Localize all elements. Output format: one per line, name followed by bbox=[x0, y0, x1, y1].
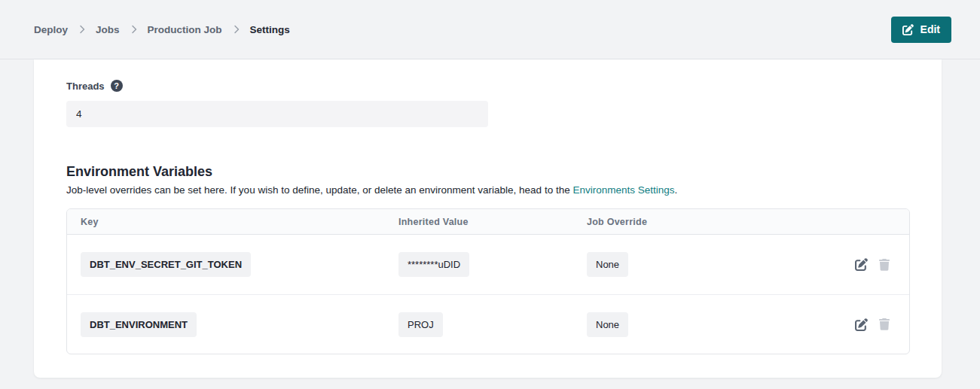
chevron-right-icon bbox=[78, 25, 85, 34]
inherited-value-chip: PROJ bbox=[398, 312, 443, 337]
threads-field-header: Threads ? bbox=[66, 80, 942, 92]
row-actions bbox=[775, 258, 909, 271]
edit-button[interactable]: Edit bbox=[891, 17, 951, 43]
pen-to-square-icon bbox=[902, 24, 914, 35]
env-vars-table: Key Inherited Value Job Override DBT_ENV… bbox=[66, 208, 910, 354]
job-override-chip: None bbox=[587, 312, 628, 337]
env-var-key-chip: DBT_ENV_SECRET_GIT_TOKEN bbox=[81, 252, 251, 277]
breadcrumb: Deploy Jobs Production Job Settings bbox=[34, 24, 290, 35]
section-title: Environment Variables bbox=[66, 164, 942, 180]
delete-row-icon[interactable] bbox=[879, 318, 890, 330]
edit-row-icon[interactable] bbox=[855, 258, 868, 271]
description-text: . bbox=[675, 184, 678, 196]
table-row: DBT_ENVIRONMENT PROJ None bbox=[67, 294, 909, 354]
edit-button-label: Edit bbox=[920, 23, 940, 35]
threads-label: Threads bbox=[66, 81, 105, 92]
breadcrumb-item-settings: Settings bbox=[250, 24, 290, 35]
table-header-row: Key Inherited Value Job Override bbox=[67, 209, 909, 235]
breadcrumb-item-jobs[interactable]: Jobs bbox=[96, 24, 120, 35]
edit-row-icon[interactable] bbox=[855, 318, 868, 331]
table-row: DBT_ENV_SECRET_GIT_TOKEN ********uDID No… bbox=[67, 235, 909, 294]
description-text: Job-level overrides can be set here. If … bbox=[66, 184, 572, 196]
inherited-value-chip: ********uDID bbox=[398, 252, 469, 277]
row-actions bbox=[775, 318, 909, 331]
section-description: Job-level overrides can be set here. If … bbox=[66, 184, 942, 196]
breadcrumb-item-deploy[interactable]: Deploy bbox=[34, 24, 68, 35]
column-header-key: Key bbox=[67, 217, 398, 227]
delete-row-icon[interactable] bbox=[879, 259, 890, 271]
column-header-job-override: Job Override bbox=[587, 217, 775, 227]
help-question-icon[interactable]: ? bbox=[111, 80, 123, 92]
environment-variables-section: Environment Variables Job-level override… bbox=[66, 164, 942, 354]
threads-input[interactable] bbox=[66, 101, 488, 127]
breadcrumb-item-production-job[interactable]: Production Job bbox=[148, 24, 222, 35]
settings-card: Threads ? Environment Variables Job-leve… bbox=[34, 59, 942, 378]
top-bar: Deploy Jobs Production Job Settings Edit bbox=[0, 0, 980, 59]
chevron-right-icon bbox=[130, 25, 137, 34]
column-header-inherited-value: Inherited Value bbox=[398, 217, 587, 227]
chevron-right-icon bbox=[233, 25, 240, 34]
job-override-chip: None bbox=[587, 252, 628, 277]
environments-settings-link[interactable]: Environments Settings bbox=[572, 184, 674, 196]
env-var-key-chip: DBT_ENVIRONMENT bbox=[81, 312, 197, 337]
